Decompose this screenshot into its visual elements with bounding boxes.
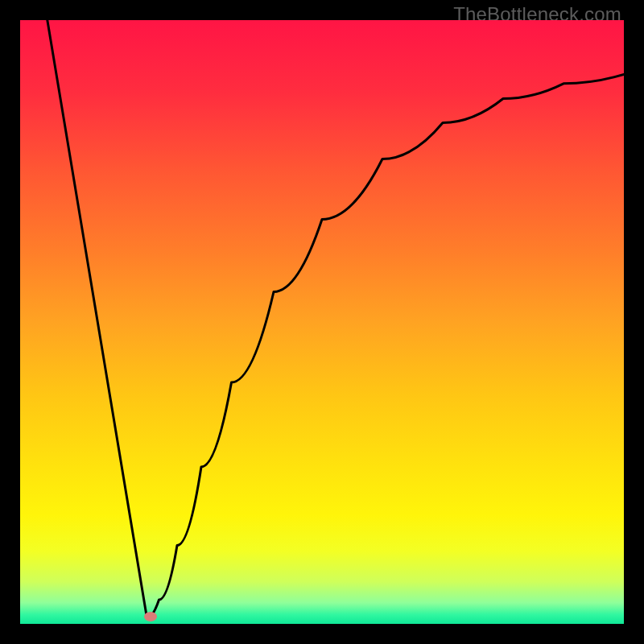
- optimum-marker: [144, 612, 157, 621]
- chart-svg: [20, 20, 624, 624]
- plot-frame: [20, 20, 624, 624]
- plot-background: [20, 20, 624, 624]
